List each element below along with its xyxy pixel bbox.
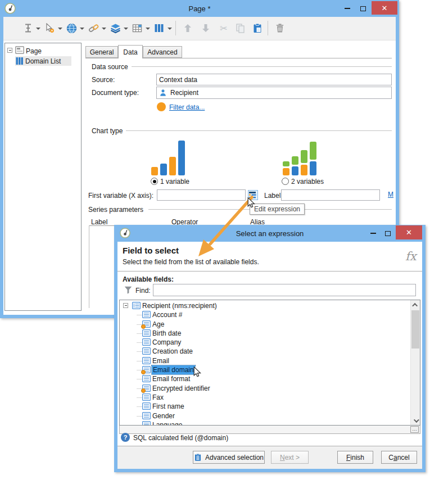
globe-dropdown-icon[interactable]: [80, 28, 84, 30]
link-button[interactable]: [88, 22, 99, 34]
two-variables-chart-icon[interactable]: [283, 138, 316, 175]
link-dropdown-icon[interactable]: [102, 28, 106, 30]
m-link[interactable]: M: [388, 191, 393, 198]
list-item-label: First name: [152, 402, 184, 410]
list-item-label: Recipient (nms:recipient): [142, 302, 217, 310]
paste-button[interactable]: [252, 22, 263, 34]
dialog-titlebar[interactable]: Select an expression ✕: [114, 225, 426, 242]
move-down-button[interactable]: [200, 22, 211, 34]
expression-edit-strip: …: [119, 426, 420, 434]
tab-general[interactable]: General: [85, 46, 118, 58]
dialog-close-button[interactable]: ✕: [396, 225, 422, 239]
scroll-down-button[interactable]: [411, 416, 420, 425]
pointer-settings-dropdown-icon[interactable]: [58, 28, 62, 30]
toolbar-separator: [175, 21, 176, 35]
edit-expression-tooltip: Edit expression: [250, 203, 305, 215]
tree-collapse-icon[interactable]: [123, 303, 128, 308]
maximize-icon: [385, 231, 391, 236]
list-item-label: Fax: [152, 393, 164, 401]
scroll-up-button[interactable]: [411, 300, 420, 309]
available-fields-list[interactable]: Recipient (nms:recipient) Account # Age …: [119, 300, 420, 426]
close-icon: ✕: [382, 4, 388, 12]
list-item-label: Encrypted identifier: [152, 385, 210, 392]
dialog-minimize-button[interactable]: [366, 228, 380, 238]
layers-dropdown-icon[interactable]: [124, 28, 128, 30]
tree-node-domain-list-label: Domain List: [25, 57, 61, 65]
layers-button[interactable]: [110, 22, 121, 34]
close-button[interactable]: ✕: [372, 1, 397, 15]
list-item[interactable]: Language: [120, 420, 410, 426]
page-window-titlebar[interactable]: Page * ✕: [0, 0, 399, 17]
page-window-title: Page *: [0, 4, 399, 13]
maximize-button[interactable]: [356, 3, 370, 13]
tab-advanced[interactable]: Advanced: [143, 46, 182, 58]
columns-chart-dropdown-icon[interactable]: [168, 28, 172, 30]
list-item-label: Email: [152, 357, 169, 365]
field-tool-dropdown-icon[interactable]: [36, 28, 40, 30]
series-col-label: Label: [91, 218, 107, 226]
tree-collapse-icon[interactable]: [7, 48, 12, 53]
list-item[interactable]: Email format: [120, 374, 410, 383]
list-item[interactable]: Age: [120, 320, 410, 329]
next-button[interactable]: Next >: [271, 451, 309, 464]
cut-button[interactable]: ✂: [218, 22, 229, 34]
recipient-icon: [159, 89, 167, 97]
one-variable-chart-icon[interactable]: [151, 138, 185, 175]
list-item[interactable]: Gender: [120, 411, 410, 420]
list-item[interactable]: Birth date: [120, 329, 410, 338]
document-type-field[interactable]: Recipient: [156, 87, 392, 99]
axis-label-input[interactable]: [281, 189, 380, 201]
list-item-label: Company: [152, 338, 181, 346]
series-table-left-border: [89, 225, 89, 308]
advanced-selection-label: Advanced selection: [205, 454, 264, 462]
list-scrollbar[interactable]: [410, 300, 420, 425]
list-item[interactable]: First name: [120, 402, 410, 411]
find-input[interactable]: [153, 284, 416, 296]
move-up-button[interactable]: [182, 22, 193, 34]
document-type-value: Recipient: [170, 89, 198, 97]
table-dropdown-icon[interactable]: [146, 28, 150, 30]
structure-tree-panel: Page Domain List: [4, 43, 82, 311]
tree-node-page[interactable]: Page: [26, 47, 42, 55]
tab-data[interactable]: Data: [118, 45, 143, 58]
select-expression-dialog: Select an expression ✕ Field to select S…: [114, 225, 426, 472]
footer: Advanced selection Next > Finish Cancel: [117, 446, 422, 469]
mouse-cursor: [193, 367, 202, 377]
delete-button[interactable]: [274, 22, 286, 34]
list-item[interactable]: Fax: [120, 393, 410, 402]
scrollbar-thumb[interactable]: [411, 310, 419, 349]
ellipsis-icon: …: [412, 426, 417, 432]
toolbar-separator: [268, 21, 268, 35]
list-item-selected[interactable]: Email domain: [120, 365, 410, 374]
advanced-selection-button[interactable]: Advanced selection: [193, 451, 265, 464]
list-item[interactable]: Encrypted identifier: [120, 384, 410, 393]
list-item-label: Language: [152, 421, 182, 426]
list-item-label: Account #: [152, 311, 182, 319]
group-chart-type-line: [126, 130, 392, 131]
list-item[interactable]: Account #: [120, 310, 410, 319]
pointer-settings-button[interactable]: [44, 22, 55, 34]
first-variable-input[interactable]: [157, 189, 246, 201]
minimize-button[interactable]: [340, 3, 355, 13]
globe-button[interactable]: [66, 22, 77, 34]
chevron-down-icon: [413, 417, 419, 423]
list-item[interactable]: Creation date: [120, 347, 410, 356]
columns-chart-button[interactable]: [153, 22, 165, 34]
source-input[interactable]: [156, 74, 392, 85]
list-item[interactable]: Recipient (nms:recipient): [120, 301, 410, 310]
find-label: Find:: [135, 287, 151, 295]
filter-data-link[interactable]: Filter data...: [169, 103, 205, 111]
list-item[interactable]: Company: [120, 338, 410, 347]
cancel-button[interactable]: Cancel: [381, 451, 417, 464]
dialog-maximize-button[interactable]: [381, 228, 395, 238]
one-variable-radio[interactable]: [151, 178, 158, 185]
tree-node-domain-list[interactable]: Domain List: [15, 56, 71, 66]
list-item[interactable]: Email: [120, 356, 410, 365]
filter-funnel-icon: [124, 286, 132, 294]
copy-button[interactable]: [235, 22, 246, 34]
table-button[interactable]: [132, 22, 143, 34]
two-variables-radio[interactable]: [282, 178, 289, 185]
field-tool-button[interactable]: [22, 22, 34, 34]
ellipsis-button[interactable]: …: [410, 426, 419, 433]
finish-button[interactable]: Finish: [337, 451, 373, 464]
